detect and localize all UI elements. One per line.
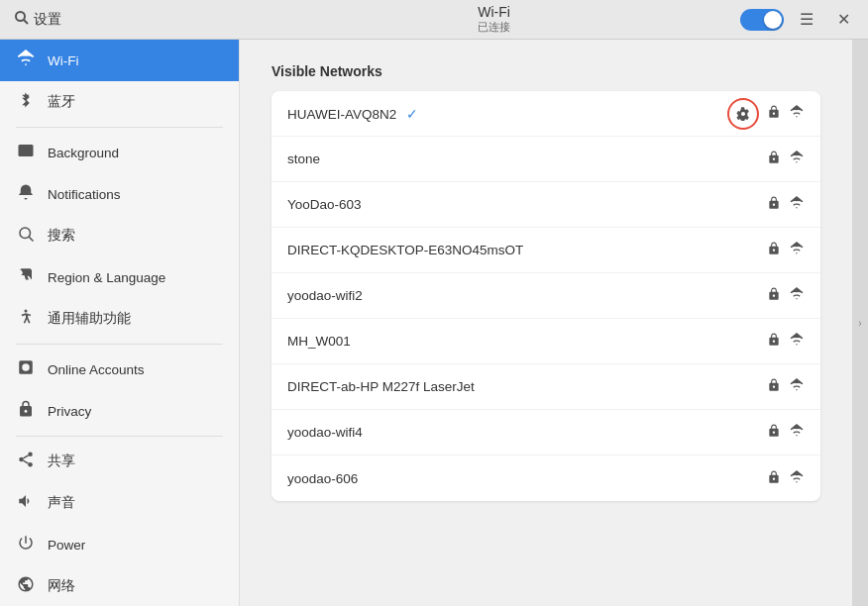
svg-line-10 [23, 455, 28, 458]
network-row[interactable]: yoodao-wifi2 [271, 273, 820, 319]
svg-point-7 [19, 457, 24, 462]
network-name: stone [287, 152, 763, 166]
sidebar: Wi-Fi蓝牙BackgroundNotifications搜索Region &… [0, 40, 240, 606]
network-name: MH_W001 [287, 334, 763, 349]
sidebar-item-search[interactable]: 搜索 [0, 215, 239, 256]
sidebar-item-background[interactable]: Background [0, 132, 239, 173]
sidebar-label-sound: 声音 [48, 494, 75, 512]
wifi-signal-icon [789, 196, 805, 213]
network-name: YooDao-603 [287, 197, 763, 212]
svg-rect-2 [19, 145, 34, 156]
svg-point-6 [28, 453, 33, 457]
svg-point-8 [28, 462, 33, 467]
titlebar-left: 设置 [10, 6, 248, 34]
sidebar-item-wifi[interactable]: Wi-Fi [0, 40, 239, 81]
sidebar-item-share[interactable]: 共享 [0, 441, 239, 482]
sidebar-separator [16, 127, 223, 128]
sidebar-item-region[interactable]: Region & Language [0, 256, 239, 298]
svg-point-3 [20, 228, 31, 239]
wifi-icon [16, 50, 36, 71]
network-row[interactable]: yoodao-606 [271, 455, 820, 501]
network-row[interactable]: HUAWEI-AVQ8N2 ✓ [271, 91, 820, 137]
network-icon-group [763, 287, 805, 304]
network-name: yoodao-606 [287, 471, 763, 486]
background-icon [16, 142, 36, 163]
notifications-icon [16, 183, 36, 205]
network-icon-group [763, 151, 805, 167]
wifi-title: Wi-Fi [478, 4, 510, 20]
sidebar-separator-3 [16, 436, 223, 437]
sidebar-label-background: Background [48, 146, 119, 160]
network-name: yoodao-wifi2 [287, 288, 763, 303]
sidebar-item-privacy[interactable]: Privacy [0, 390, 239, 432]
network-row[interactable]: DIRECT-KQDESKTOP-E63NO45msOT [271, 228, 820, 273]
svg-line-4 [29, 237, 33, 241]
sidebar-item-sound[interactable]: 声音 [0, 482, 239, 524]
sidebar-item-accounts[interactable]: Online Accounts [0, 349, 239, 390]
wifi-signal-icon [789, 151, 805, 167]
bluetooth-icon [16, 91, 36, 113]
wifi-subtitle: 已连接 [478, 20, 510, 35]
connected-checkmark: ✓ [402, 106, 418, 122]
network-icon-group [763, 378, 805, 395]
titlebar-right: ☰ ✕ [740, 6, 858, 33]
lock-icon [767, 196, 781, 213]
sidebar-label-privacy: Privacy [48, 404, 91, 419]
network-icon-group [763, 333, 805, 350]
networks-box: HUAWEI-AVQ8N2 ✓stoneYooDao-603DIRECT-KQD… [271, 91, 820, 501]
network-icon-group [763, 470, 805, 487]
network-name: DIRECT-ab-HP M227f LaserJet [287, 379, 763, 394]
sidebar-label-wifi: Wi-Fi [48, 53, 78, 68]
settings-gear-button[interactable] [727, 98, 759, 130]
power-icon [16, 534, 36, 556]
sidebar-item-notifications[interactable]: Notifications [0, 173, 239, 215]
search-button[interactable] [10, 6, 34, 34]
sidebar-label-bluetooth: 蓝牙 [48, 93, 75, 111]
sound-icon [16, 492, 36, 514]
network-row[interactable]: stone [271, 137, 820, 182]
network-row[interactable]: YooDao-603 [271, 182, 820, 228]
lock-icon [767, 424, 781, 441]
wifi-signal-icon [789, 424, 805, 441]
titlebar-center: Wi-Fi 已连接 [248, 4, 740, 35]
close-button[interactable]: ✕ [829, 6, 858, 33]
privacy-icon [16, 400, 36, 422]
sidebar-label-search: 搜索 [48, 227, 75, 245]
lock-icon [767, 242, 781, 258]
sidebar-separator-2 [16, 344, 223, 345]
wifi-signal-icon [789, 333, 805, 350]
lock-icon [767, 470, 781, 487]
wifi-toggle[interactable] [740, 9, 784, 31]
lock-icon [767, 105, 781, 122]
lock-icon [767, 378, 781, 395]
svg-line-9 [23, 460, 28, 463]
wifi-signal-icon [789, 287, 805, 304]
network-row[interactable]: yoodao-wifi4 [271, 410, 820, 455]
sidebar-item-power[interactable]: Power [0, 524, 239, 565]
region-icon [16, 266, 36, 288]
wifi-signal-icon [789, 470, 805, 487]
sidebar-item-network[interactable]: 网络 [0, 565, 239, 606]
sidebar-label-power: Power [48, 538, 85, 553]
network-icon [16, 575, 36, 597]
toggle-knob [764, 11, 782, 29]
sidebar-label-notifications: Notifications [48, 187, 121, 202]
sidebar-item-accessibility[interactable]: 通用辅助功能 [0, 298, 239, 340]
content-area: Visible Networks HUAWEI-AVQ8N2 ✓stoneYoo… [240, 40, 852, 606]
lock-icon [767, 333, 781, 350]
wifi-signal-icon [789, 378, 805, 395]
network-icon-group [763, 242, 805, 258]
network-name: DIRECT-KQDESKTOP-E63NO45msOT [287, 243, 763, 257]
main-content: Wi-Fi蓝牙BackgroundNotifications搜索Region &… [0, 40, 868, 606]
sidebar-label-accessibility: 通用辅助功能 [48, 310, 131, 328]
menu-button[interactable]: ☰ [792, 6, 821, 33]
sidebar-label-accounts: Online Accounts [48, 362, 145, 377]
section-title: Visible Networks [271, 63, 820, 79]
wifi-signal-icon [789, 105, 805, 122]
network-row[interactable]: MH_W001 [271, 319, 820, 364]
svg-point-0 [16, 12, 25, 21]
network-row[interactable]: DIRECT-ab-HP M227f LaserJet [271, 364, 820, 410]
sidebar-item-bluetooth[interactable]: 蓝牙 [0, 81, 239, 123]
network-icon-group [727, 98, 805, 130]
right-edge-arrow[interactable]: › [852, 40, 868, 606]
